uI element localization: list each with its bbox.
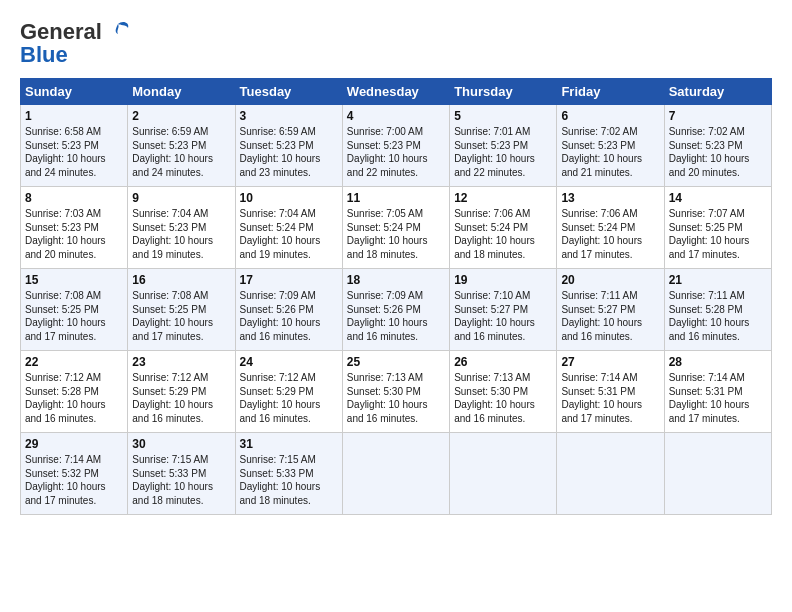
day-info: Sunrise: 7:02 AMSunset: 5:23 PMDaylight:… bbox=[561, 126, 642, 178]
day-number: 17 bbox=[240, 273, 338, 287]
logo-blue: Blue bbox=[20, 42, 68, 68]
col-friday: Friday bbox=[557, 79, 664, 105]
day-number: 7 bbox=[669, 109, 767, 123]
calendar-cell: 9Sunrise: 7:04 AMSunset: 5:23 PMDaylight… bbox=[128, 187, 235, 269]
col-tuesday: Tuesday bbox=[235, 79, 342, 105]
calendar-week-4: 22Sunrise: 7:12 AMSunset: 5:28 PMDayligh… bbox=[21, 351, 772, 433]
day-info: Sunrise: 7:11 AMSunset: 5:28 PMDaylight:… bbox=[669, 290, 750, 342]
calendar-cell: 4Sunrise: 7:00 AMSunset: 5:23 PMDaylight… bbox=[342, 105, 449, 187]
calendar-cell: 27Sunrise: 7:14 AMSunset: 5:31 PMDayligh… bbox=[557, 351, 664, 433]
day-number: 20 bbox=[561, 273, 659, 287]
calendar-week-2: 8Sunrise: 7:03 AMSunset: 5:23 PMDaylight… bbox=[21, 187, 772, 269]
calendar-cell: 15Sunrise: 7:08 AMSunset: 5:25 PMDayligh… bbox=[21, 269, 128, 351]
calendar-cell: 8Sunrise: 7:03 AMSunset: 5:23 PMDaylight… bbox=[21, 187, 128, 269]
day-number: 24 bbox=[240, 355, 338, 369]
header: General Blue bbox=[20, 18, 772, 68]
day-info: Sunrise: 7:14 AMSunset: 5:31 PMDaylight:… bbox=[561, 372, 642, 424]
day-number: 31 bbox=[240, 437, 338, 451]
day-number: 27 bbox=[561, 355, 659, 369]
day-number: 10 bbox=[240, 191, 338, 205]
page: General Blue Sunday Monday Tuesday Wedne… bbox=[0, 0, 792, 525]
day-info: Sunrise: 7:06 AMSunset: 5:24 PMDaylight:… bbox=[561, 208, 642, 260]
calendar-cell: 28Sunrise: 7:14 AMSunset: 5:31 PMDayligh… bbox=[664, 351, 771, 433]
day-number: 8 bbox=[25, 191, 123, 205]
day-info: Sunrise: 7:07 AMSunset: 5:25 PMDaylight:… bbox=[669, 208, 750, 260]
calendar-cell: 20Sunrise: 7:11 AMSunset: 5:27 PMDayligh… bbox=[557, 269, 664, 351]
day-info: Sunrise: 7:14 AMSunset: 5:32 PMDaylight:… bbox=[25, 454, 106, 506]
calendar-cell: 5Sunrise: 7:01 AMSunset: 5:23 PMDaylight… bbox=[450, 105, 557, 187]
day-number: 14 bbox=[669, 191, 767, 205]
day-info: Sunrise: 7:13 AMSunset: 5:30 PMDaylight:… bbox=[347, 372, 428, 424]
day-info: Sunrise: 6:59 AMSunset: 5:23 PMDaylight:… bbox=[240, 126, 321, 178]
calendar-cell: 30Sunrise: 7:15 AMSunset: 5:33 PMDayligh… bbox=[128, 433, 235, 515]
calendar-cell: 2Sunrise: 6:59 AMSunset: 5:23 PMDaylight… bbox=[128, 105, 235, 187]
col-saturday: Saturday bbox=[664, 79, 771, 105]
calendar-cell: 1Sunrise: 6:58 AMSunset: 5:23 PMDaylight… bbox=[21, 105, 128, 187]
calendar-cell: 29Sunrise: 7:14 AMSunset: 5:32 PMDayligh… bbox=[21, 433, 128, 515]
calendar-cell: 10Sunrise: 7:04 AMSunset: 5:24 PMDayligh… bbox=[235, 187, 342, 269]
day-info: Sunrise: 6:58 AMSunset: 5:23 PMDaylight:… bbox=[25, 126, 106, 178]
day-number: 23 bbox=[132, 355, 230, 369]
day-info: Sunrise: 7:09 AMSunset: 5:26 PMDaylight:… bbox=[347, 290, 428, 342]
day-number: 25 bbox=[347, 355, 445, 369]
calendar-cell: 25Sunrise: 7:13 AMSunset: 5:30 PMDayligh… bbox=[342, 351, 449, 433]
calendar-cell: 16Sunrise: 7:08 AMSunset: 5:25 PMDayligh… bbox=[128, 269, 235, 351]
day-info: Sunrise: 7:10 AMSunset: 5:27 PMDaylight:… bbox=[454, 290, 535, 342]
day-number: 1 bbox=[25, 109, 123, 123]
calendar-cell: 7Sunrise: 7:02 AMSunset: 5:23 PMDaylight… bbox=[664, 105, 771, 187]
day-info: Sunrise: 7:03 AMSunset: 5:23 PMDaylight:… bbox=[25, 208, 106, 260]
day-info: Sunrise: 7:13 AMSunset: 5:30 PMDaylight:… bbox=[454, 372, 535, 424]
day-number: 2 bbox=[132, 109, 230, 123]
day-info: Sunrise: 7:08 AMSunset: 5:25 PMDaylight:… bbox=[25, 290, 106, 342]
calendar-cell: 22Sunrise: 7:12 AMSunset: 5:28 PMDayligh… bbox=[21, 351, 128, 433]
header-row: Sunday Monday Tuesday Wednesday Thursday… bbox=[21, 79, 772, 105]
day-number: 22 bbox=[25, 355, 123, 369]
day-info: Sunrise: 7:12 AMSunset: 5:29 PMDaylight:… bbox=[132, 372, 213, 424]
day-info: Sunrise: 7:00 AMSunset: 5:23 PMDaylight:… bbox=[347, 126, 428, 178]
day-number: 6 bbox=[561, 109, 659, 123]
day-number: 4 bbox=[347, 109, 445, 123]
day-info: Sunrise: 7:12 AMSunset: 5:28 PMDaylight:… bbox=[25, 372, 106, 424]
day-info: Sunrise: 7:09 AMSunset: 5:26 PMDaylight:… bbox=[240, 290, 321, 342]
calendar-cell bbox=[664, 433, 771, 515]
logo: General Blue bbox=[20, 18, 132, 68]
day-info: Sunrise: 7:04 AMSunset: 5:24 PMDaylight:… bbox=[240, 208, 321, 260]
col-thursday: Thursday bbox=[450, 79, 557, 105]
calendar-cell: 14Sunrise: 7:07 AMSunset: 5:25 PMDayligh… bbox=[664, 187, 771, 269]
calendar-table: Sunday Monday Tuesday Wednesday Thursday… bbox=[20, 78, 772, 515]
calendar-cell: 3Sunrise: 6:59 AMSunset: 5:23 PMDaylight… bbox=[235, 105, 342, 187]
day-info: Sunrise: 7:05 AMSunset: 5:24 PMDaylight:… bbox=[347, 208, 428, 260]
col-sunday: Sunday bbox=[21, 79, 128, 105]
day-info: Sunrise: 7:11 AMSunset: 5:27 PMDaylight:… bbox=[561, 290, 642, 342]
logo-bird-icon bbox=[104, 18, 132, 46]
calendar-week-3: 15Sunrise: 7:08 AMSunset: 5:25 PMDayligh… bbox=[21, 269, 772, 351]
day-number: 26 bbox=[454, 355, 552, 369]
day-info: Sunrise: 7:15 AMSunset: 5:33 PMDaylight:… bbox=[240, 454, 321, 506]
calendar-week-1: 1Sunrise: 6:58 AMSunset: 5:23 PMDaylight… bbox=[21, 105, 772, 187]
day-number: 5 bbox=[454, 109, 552, 123]
calendar-cell: 18Sunrise: 7:09 AMSunset: 5:26 PMDayligh… bbox=[342, 269, 449, 351]
calendar-cell: 26Sunrise: 7:13 AMSunset: 5:30 PMDayligh… bbox=[450, 351, 557, 433]
day-info: Sunrise: 7:12 AMSunset: 5:29 PMDaylight:… bbox=[240, 372, 321, 424]
calendar-week-5: 29Sunrise: 7:14 AMSunset: 5:32 PMDayligh… bbox=[21, 433, 772, 515]
day-number: 18 bbox=[347, 273, 445, 287]
day-info: Sunrise: 7:06 AMSunset: 5:24 PMDaylight:… bbox=[454, 208, 535, 260]
calendar-cell: 17Sunrise: 7:09 AMSunset: 5:26 PMDayligh… bbox=[235, 269, 342, 351]
day-info: Sunrise: 7:14 AMSunset: 5:31 PMDaylight:… bbox=[669, 372, 750, 424]
day-number: 16 bbox=[132, 273, 230, 287]
calendar-cell: 12Sunrise: 7:06 AMSunset: 5:24 PMDayligh… bbox=[450, 187, 557, 269]
day-number: 12 bbox=[454, 191, 552, 205]
day-info: Sunrise: 7:04 AMSunset: 5:23 PMDaylight:… bbox=[132, 208, 213, 260]
calendar-cell bbox=[557, 433, 664, 515]
day-number: 9 bbox=[132, 191, 230, 205]
day-number: 13 bbox=[561, 191, 659, 205]
day-number: 15 bbox=[25, 273, 123, 287]
day-info: Sunrise: 6:59 AMSunset: 5:23 PMDaylight:… bbox=[132, 126, 213, 178]
calendar-cell: 24Sunrise: 7:12 AMSunset: 5:29 PMDayligh… bbox=[235, 351, 342, 433]
col-monday: Monday bbox=[128, 79, 235, 105]
calendar-cell: 23Sunrise: 7:12 AMSunset: 5:29 PMDayligh… bbox=[128, 351, 235, 433]
day-number: 3 bbox=[240, 109, 338, 123]
day-info: Sunrise: 7:01 AMSunset: 5:23 PMDaylight:… bbox=[454, 126, 535, 178]
day-info: Sunrise: 7:15 AMSunset: 5:33 PMDaylight:… bbox=[132, 454, 213, 506]
day-info: Sunrise: 7:08 AMSunset: 5:25 PMDaylight:… bbox=[132, 290, 213, 342]
